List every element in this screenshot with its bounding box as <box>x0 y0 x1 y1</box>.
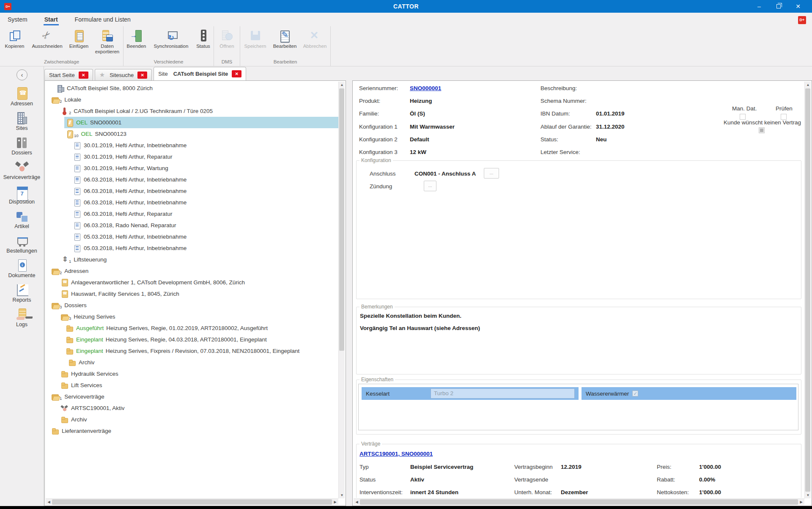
tree-item[interactable]: Ausgeführt Heizung Serives, Regie, 01.02… <box>46 322 338 334</box>
sidebar-item-reports[interactable]: Reports <box>0 283 44 308</box>
status-button[interactable]: Status <box>193 27 214 49</box>
site-icon <box>57 85 64 92</box>
close-button[interactable]: ✕ <box>788 0 808 13</box>
tree-item[interactable]: Anlageverantwortlicher 1, CATsoft Develo… <box>46 277 338 288</box>
vertrag-link[interactable]: ARTSC190001, SNO000001 <box>359 451 433 457</box>
tab-close-icon[interactable]: ✕ <box>79 72 88 79</box>
scroll-right-icon[interactable]: ▶ <box>798 499 804 505</box>
ribbon-tab-system[interactable]: System <box>7 14 28 25</box>
tree-item[interactable]: CATsoft Beispiel Site, 8000 Zürich <box>46 83 338 94</box>
tree-item[interactable]: 06.03.2018, Rado Nenad, Reparatur <box>46 220 338 231</box>
sidebar-item-dossiers[interactable]: Dossiers <box>0 136 44 160</box>
tree-item[interactable]: Hydraulik Services <box>46 368 338 380</box>
sidebar-item-artikel[interactable]: Artikel <box>0 209 44 234</box>
scroll-down-icon[interactable]: ▼ <box>805 492 811 498</box>
tree-item[interactable]: OEL SNO000001 <box>46 117 338 128</box>
tab-close-icon[interactable]: ✕ <box>232 70 241 77</box>
tree-item[interactable]: 06.03.2018, Hefti Arthur, Inbetriebnahme <box>46 185 338 197</box>
zuendung-browse-button[interactable]: ... <box>424 181 436 191</box>
minimize-button[interactable]: – <box>749 0 769 13</box>
maximize-button[interactable] <box>769 0 788 13</box>
sidebar-item-dokumente[interactable]: Dokumente <box>0 259 44 283</box>
sidebar-item-disposition[interactable]: Disposition <box>0 185 44 209</box>
tree-item[interactable]: Hauswart, Facility Services 1, 8045, Zür… <box>46 288 338 300</box>
anschluss-browse-button[interactable]: ... <box>484 168 499 179</box>
ausschneiden-button[interactable]: Ausschneiden <box>29 27 66 49</box>
scrollbar-thumb[interactable] <box>360 499 798 505</box>
kunde-vertrag-checkbox[interactable] <box>759 127 765 133</box>
tab-site-catsoft-beispiel-site[interactable]: Site CATsoft Beispiel Site ✕ <box>154 67 246 80</box>
device-icon <box>66 130 74 138</box>
field-value: Neu <box>596 136 607 143</box>
scroll-down-icon[interactable]: ▼ <box>339 492 345 498</box>
tree-item[interactable]: 2 Lokale <box>46 94 338 105</box>
sidebar-item-bestellungen[interactable]: Bestellungen <box>0 234 44 259</box>
tree-item[interactable]: 30.01.2019, Hefti Arthur, Inbetriebnahme <box>46 140 338 151</box>
beenden-button[interactable]: Beenden <box>124 27 149 49</box>
report-icon <box>74 153 81 161</box>
scroll-up-icon[interactable]: ▲ <box>339 82 345 88</box>
handshake-icon <box>15 160 29 174</box>
sidebar-item-adressen[interactable]: Adressen <box>0 87 44 111</box>
scrollbar-thumb[interactable] <box>52 499 332 505</box>
tree-vertical-scrollbar[interactable]: ▲ ▼ <box>338 82 345 498</box>
sidebar-item-logs[interactable]: Logs <box>0 308 44 332</box>
abbrechen-button[interactable]: Abbrechen <box>300 27 330 49</box>
scroll-left-icon[interactable]: ◀ <box>354 499 360 505</box>
kopieren-button[interactable]: Kopieren <box>1 27 29 49</box>
tree-horizontal-scrollbar[interactable]: ◀ ▶ <box>46 498 338 505</box>
tree-item[interactable]: 06.03.2018, Hefti Arthur, Reparatur <box>46 208 338 220</box>
bearbeiten-button[interactable]: Bearbeiten <box>270 27 300 49</box>
speichern-button[interactable]: Speichern <box>241 27 270 49</box>
group-label-dms: DMS <box>214 58 240 66</box>
kesselart-input[interactable]: Turbo 2 <box>431 388 575 399</box>
tree-item[interactable]: Archiv <box>46 414 338 425</box>
tree-item[interactable]: 10 OEL SNO000123 <box>46 128 338 140</box>
oeffnen-button[interactable]: Öffnen <box>215 27 239 49</box>
scrollbar-thumb[interactable] <box>805 88 810 492</box>
pruefen-checkbox[interactable] <box>781 114 787 120</box>
scroll-right-icon[interactable]: ▶ <box>332 499 338 505</box>
tab-close-icon[interactable]: ✕ <box>137 72 147 79</box>
detail-horizontal-scrollbar[interactable]: ◀ ▶ <box>354 498 804 505</box>
ribbon-tab-start[interactable]: Start <box>44 14 59 25</box>
cattor-logo-icon: D+ <box>798 16 806 24</box>
wassererwaermer-checkbox[interactable] <box>632 391 638 396</box>
tree-item[interactable]: Archiv <box>46 357 338 368</box>
tree-item[interactable]: 1 Liftsteuerung <box>46 254 338 265</box>
tree-item[interactable]: 30.01.2019, Hefti Arthur, Reparatur <box>46 151 338 162</box>
sidebar-item-servicevertraege[interactable]: Serviceverträge <box>0 160 44 185</box>
tab-start-seite[interactable]: Start Seite ✕ <box>44 69 93 80</box>
man-dat-checkbox[interactable] <box>740 114 746 120</box>
scroll-up-icon[interactable]: ▲ <box>805 82 811 88</box>
tree-item[interactable]: 06.03.2018, Hefti Arthur, Inbetriebnahme <box>46 197 338 208</box>
tree-item[interactable]: Lieferantenverträge <box>46 425 338 437</box>
field-value: 12.2019 <box>561 464 582 470</box>
sidebar-collapse-button[interactable]: ‹ <box>16 69 27 80</box>
tree-item[interactable]: 2 CATsoft Beispiel Lokal / 2.UG Technikr… <box>46 105 338 117</box>
tree-item[interactable]: 2 Adressen <box>46 265 338 277</box>
einfuegen-button[interactable]: Einfügen <box>66 27 92 49</box>
tree-item[interactable]: 1 Serviceverträge <box>46 391 338 402</box>
scroll-left-icon[interactable]: ◀ <box>46 499 52 505</box>
synchronisation-button[interactable]: Synchronisation <box>149 27 193 49</box>
tree-item[interactable]: 06.03.2018, Hefti Arthur, Inbetriebnahme <box>46 174 338 185</box>
field-label: Preis: <box>657 464 672 470</box>
tree-item[interactable]: 05.03.2018, Hefti Arthur, Inbetriebnahme <box>46 242 338 254</box>
tree-item[interactable]: 30.01.2019, Hefti Arthur, Wartung <box>46 162 338 174</box>
tree-item[interactable]: Lift Services <box>46 380 338 391</box>
sidebar-item-sites[interactable]: Sites <box>0 111 44 136</box>
tree-item[interactable]: Eingeplant Heizung Serives, Regie, 04.03… <box>46 334 338 345</box>
tree-item[interactable]: ARTSC190001, Aktiv <box>46 402 338 414</box>
tree-item[interactable]: 3 Dossiers <box>46 300 338 311</box>
detail-vertical-scrollbar[interactable]: ▲ ▼ <box>804 82 811 498</box>
tree-item[interactable]: 05.03.2018, Hefti Arthur, Inbetriebnahme <box>46 231 338 242</box>
item-text: Hydraulik Services <box>71 371 118 377</box>
tab-sitesuche[interactable]: ★ Sitesuche ✕ <box>95 69 152 80</box>
tree-item[interactable]: Eingeplant Heizung Serives, Fixpreis / R… <box>46 345 338 357</box>
scrollbar-thumb[interactable] <box>339 88 344 351</box>
daten-exportieren-button[interactable]: Daten exportieren <box>92 27 123 55</box>
ribbon-tab-formulare[interactable]: Formulare und Listen <box>74 14 132 25</box>
tree-item[interactable]: 3 Heizung Serives <box>46 311 338 322</box>
seriennummer-link[interactable]: SNO000001 <box>410 85 441 91</box>
